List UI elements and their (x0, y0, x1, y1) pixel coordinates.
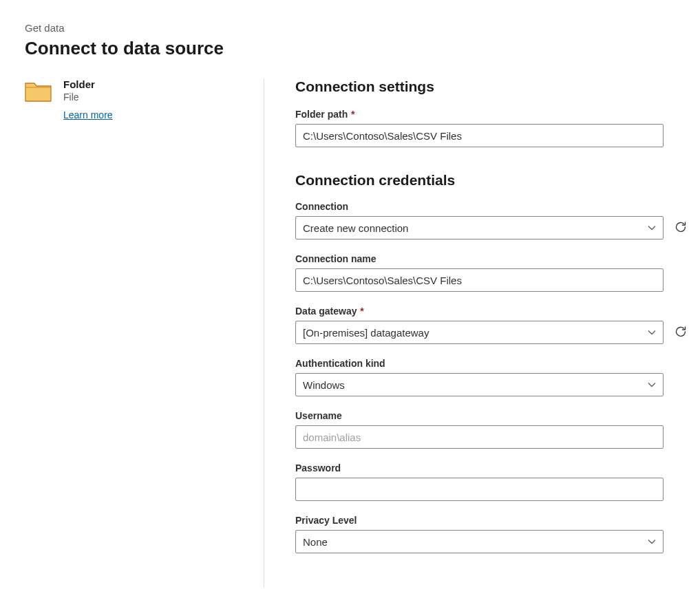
vertical-divider (264, 78, 264, 588)
password-label: Password (295, 462, 688, 473)
source-title: Folder (63, 78, 113, 90)
source-panel: Folder File Learn more (25, 78, 233, 588)
folder-icon (25, 81, 52, 103)
auth-kind-label: Authentication kind (295, 358, 688, 369)
connection-settings-heading: Connection settings (295, 78, 688, 95)
refresh-icon (674, 220, 688, 236)
source-subtitle: File (63, 92, 113, 103)
folder-path-label: Folder path * (295, 109, 688, 120)
folder-path-input[interactable] (295, 124, 664, 147)
refresh-connection-button[interactable] (673, 220, 688, 235)
form-panel: Connection settings Folder path * Connec… (295, 78, 688, 588)
connection-name-label: Connection name (295, 253, 688, 264)
privacy-level-select[interactable]: None (295, 530, 664, 553)
required-indicator: * (357, 306, 363, 317)
privacy-level-label: Privacy Level (295, 515, 688, 526)
refresh-gateway-button[interactable] (673, 325, 688, 340)
data-gateway-select[interactable]: [On-premises] datagateway (295, 321, 664, 344)
source-card: Folder File Learn more (25, 78, 233, 120)
connection-name-input[interactable] (295, 268, 664, 292)
connection-label: Connection (295, 201, 688, 212)
connection-select[interactable]: Create new connection (295, 216, 664, 240)
page-title: Connect to data source (25, 38, 675, 59)
password-input[interactable] (295, 478, 664, 501)
breadcrumb: Get data (25, 22, 675, 34)
required-indicator: * (348, 109, 354, 120)
username-label: Username (295, 410, 688, 421)
connection-credentials-heading: Connection credentials (295, 172, 688, 189)
username-input[interactable] (295, 425, 664, 449)
auth-kind-select[interactable]: Windows (295, 373, 664, 396)
data-gateway-label: Data gateway * (295, 306, 688, 317)
learn-more-link[interactable]: Learn more (63, 109, 113, 120)
refresh-icon (674, 325, 688, 341)
